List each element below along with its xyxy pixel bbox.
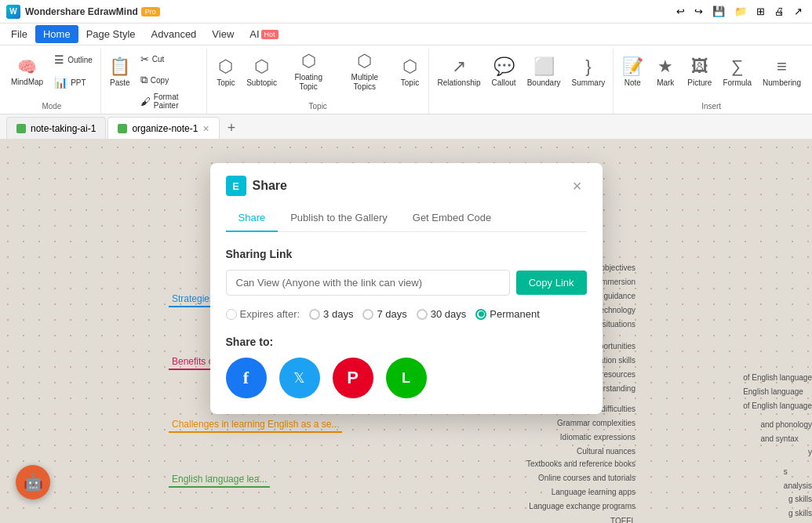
- note-label: Note: [624, 78, 641, 87]
- app-logo: W: [6, 5, 20, 19]
- ppt-btn[interactable]: 📊 PPT: [49, 71, 97, 93]
- export-btn[interactable]: ↗: [791, 4, 806, 19]
- tab-1-label: note-taking-ai-1: [31, 123, 96, 134]
- copy-link-btn[interactable]: Copy Link: [516, 271, 587, 295]
- formula-label: Formula: [723, 78, 752, 87]
- relationship-label: Relationship: [437, 78, 480, 87]
- share-to-label: Share to:: [226, 336, 587, 348]
- undo-btn[interactable]: ↩: [673, 4, 688, 19]
- subtopic-label: Subtopic: [246, 78, 277, 87]
- label-3days: 3 days: [323, 308, 353, 320]
- boundary-label: Boundary: [527, 78, 561, 87]
- expires-checkbox[interactable]: [226, 309, 237, 320]
- facebook-share-btn[interactable]: f: [226, 358, 267, 398]
- topic2-btn[interactable]: ⬡ Topic: [394, 49, 425, 94]
- picture-btn[interactable]: 🖼 Picture: [683, 49, 716, 94]
- tab-1[interactable]: note-taking-ai-1: [6, 117, 106, 139]
- menu-file[interactable]: File: [3, 25, 35, 43]
- relationship-group-label: [432, 109, 610, 114]
- format-painter-label: Format Painter: [154, 93, 200, 110]
- label-permanent: Permanent: [490, 308, 540, 320]
- radio-7days[interactable]: [362, 309, 373, 320]
- mark-label: Mark: [657, 78, 674, 87]
- pinterest-share-btn[interactable]: P: [333, 358, 373, 398]
- redo-btn[interactable]: ↪: [691, 4, 706, 19]
- radio-3days[interactable]: [309, 309, 320, 320]
- twitter-share-btn[interactable]: 𝕏: [279, 358, 320, 398]
- numbering-btn[interactable]: ≡ Numbering: [758, 49, 806, 94]
- app-badge: Pro: [141, 7, 160, 16]
- format-painter-btn[interactable]: 🖌 Format Painter: [137, 91, 203, 111]
- sharing-link-input[interactable]: [226, 270, 510, 296]
- expires-label: Expires after:: [240, 308, 300, 320]
- modal-close-btn[interactable]: ×: [568, 176, 587, 195]
- grid-btn[interactable]: ⊞: [753, 4, 768, 19]
- publish-gallery-tab[interactable]: Publish to the Gallery: [278, 205, 400, 231]
- tab-2[interactable]: organize-note-1 ×: [107, 117, 219, 139]
- relationship-btn[interactable]: ↗ Relationship: [432, 49, 485, 94]
- app-name: Wondershare EdrawMind: [25, 6, 138, 17]
- cut-label: Cut: [152, 55, 165, 64]
- paste-btn[interactable]: 📋 Paste: [104, 49, 136, 94]
- insert-group-label: Insert: [617, 100, 806, 114]
- add-tab-btn[interactable]: +: [221, 117, 242, 139]
- mode-group-label: Mode: [6, 100, 97, 114]
- sharing-link-label: Sharing Link: [226, 248, 587, 260]
- multiple-topics-btn[interactable]: ⬡ Multiple Topics: [337, 49, 392, 94]
- embed-code-tab[interactable]: Get Embed Code: [400, 205, 504, 231]
- label-7days: 7 days: [377, 308, 406, 320]
- paste-label: Paste: [110, 78, 130, 87]
- summary-label: Summary: [571, 78, 605, 87]
- line-share-btn[interactable]: L: [386, 358, 427, 398]
- tab-2-label: organize-note-1: [132, 123, 198, 134]
- menu-page-style[interactable]: Page Style: [78, 25, 144, 43]
- menu-home[interactable]: Home: [35, 25, 78, 43]
- outline-label: Outline: [67, 56, 93, 64]
- copy-label: Copy: [151, 76, 169, 85]
- save-btn[interactable]: 💾: [709, 4, 728, 19]
- outline-btn[interactable]: ☰ Outline: [49, 49, 97, 71]
- callout-btn[interactable]: 💬 Callout: [487, 49, 521, 94]
- topic2-label: Topic: [401, 78, 419, 87]
- boundary-btn[interactable]: ⬜ Boundary: [523, 49, 566, 94]
- floating-topic-btn[interactable]: ⬡ Floating Topic: [282, 49, 335, 94]
- modal-overlay: E Share × Share Publish to the Gallery G…: [0, 140, 812, 523]
- topic-label: Topic: [217, 78, 235, 87]
- label-30days: 30 days: [431, 308, 467, 320]
- subtopic-btn[interactable]: ⬡ Subtopic: [243, 49, 280, 94]
- callout-label: Callout: [492, 78, 516, 87]
- note-btn[interactable]: 📝 Note: [617, 49, 648, 94]
- cut-btn[interactable]: ✂ Cut: [137, 49, 203, 69]
- ppt-label: PPT: [71, 78, 86, 87]
- share-modal: E Share × Share Publish to the Gallery G…: [210, 163, 603, 414]
- radio-30days[interactable]: [417, 309, 428, 320]
- summary-btn[interactable]: } Summary: [566, 49, 610, 94]
- topic-btn[interactable]: ⬡ Topic: [210, 49, 242, 94]
- multiple-topics-label: Multiple Topics: [341, 73, 388, 92]
- topic-group-label: Topic: [210, 100, 426, 114]
- radio-permanent[interactable]: [475, 309, 486, 320]
- floating-topic-label: Floating Topic: [286, 73, 330, 92]
- folder-btn[interactable]: 📁: [731, 4, 750, 19]
- numbering-label: Numbering: [763, 78, 801, 87]
- menu-view[interactable]: View: [204, 25, 242, 43]
- picture-label: Picture: [687, 78, 712, 87]
- mindmap-label: MindMap: [11, 78, 43, 86]
- formula-btn[interactable]: ∑ Formula: [718, 49, 756, 94]
- mark-btn[interactable]: ★ Mark: [650, 49, 681, 94]
- menu-advanced[interactable]: Advanced: [144, 25, 205, 43]
- copy-btn[interactable]: ⧉ Copy: [137, 70, 203, 90]
- mindmap-btn[interactable]: 🧠 MindMap: [6, 49, 48, 94]
- share-tab[interactable]: Share: [226, 205, 279, 232]
- ai-hot-badge: Hot: [261, 30, 279, 39]
- menu-ai[interactable]: AI Hot: [242, 25, 286, 43]
- modal-title: Share: [253, 179, 568, 193]
- print-btn[interactable]: 🖨: [771, 4, 788, 19]
- tab-2-close[interactable]: ×: [202, 123, 209, 134]
- modal-logo: E: [226, 176, 246, 196]
